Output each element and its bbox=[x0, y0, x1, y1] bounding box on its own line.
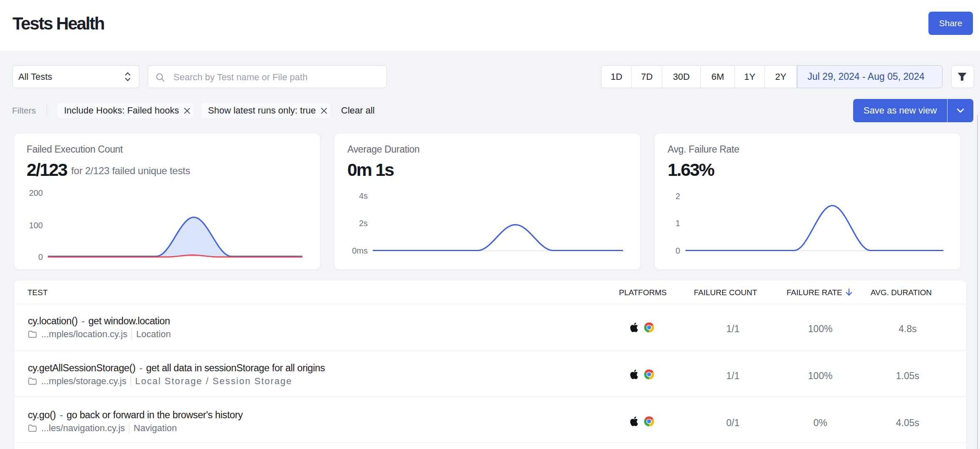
svg-text:4s: 4s bbox=[359, 191, 368, 200]
svg-text:0: 0 bbox=[676, 246, 680, 255]
svg-text:0: 0 bbox=[38, 252, 43, 262]
svg-text:2: 2 bbox=[676, 192, 680, 201]
svg-text:2s: 2s bbox=[359, 219, 368, 228]
svg-text:1: 1 bbox=[676, 219, 680, 228]
svg-text:100: 100 bbox=[29, 221, 43, 230]
svg-text:0ms: 0ms bbox=[352, 246, 368, 255]
svg-text:200: 200 bbox=[29, 188, 43, 197]
